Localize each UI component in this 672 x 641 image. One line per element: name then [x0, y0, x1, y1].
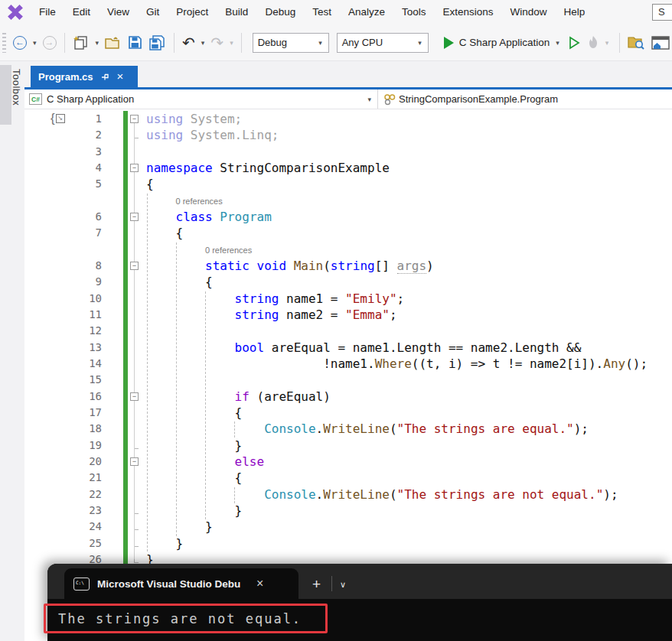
back-dropdown-caret[interactable]: ▾: [31, 39, 38, 47]
menu-item-extensions[interactable]: Extensions: [435, 0, 502, 24]
fold-collapse-icon[interactable]: −: [130, 457, 139, 466]
menu-item-file[interactable]: File: [31, 0, 64, 24]
save-button[interactable]: [126, 31, 144, 54]
code-line[interactable]: {: [146, 225, 183, 241]
code-token: Console: [264, 487, 315, 502]
code-line[interactable]: using System.Linq;: [146, 127, 279, 143]
pin-icon[interactable]: [100, 72, 110, 82]
menu-item-tools[interactable]: Tools: [393, 0, 435, 24]
code-line[interactable]: {: [146, 405, 242, 421]
code-line[interactable]: string name1 = "Emily";: [146, 291, 404, 307]
line-number: 7: [78, 225, 105, 241]
code-line[interactable]: {: [146, 176, 154, 192]
code-line[interactable]: {: [146, 470, 242, 486]
code-line[interactable]: Console.WriteLine("The strings are not e…: [146, 486, 618, 503]
line-number: [78, 193, 105, 209]
fold-collapse-icon[interactable]: −: [130, 115, 139, 123]
tab-options-chevron[interactable]: ∨: [340, 580, 346, 590]
code-token: {: [146, 405, 242, 420]
start-without-debugging-button[interactable]: [566, 31, 582, 54]
code-line[interactable]: Console.WriteLine("The strings are equal…: [146, 421, 589, 437]
open-file-button[interactable]: [103, 31, 123, 54]
menu-item-build[interactable]: Build: [217, 0, 256, 24]
terminal-tab[interactable]: C:\ Microsoft Visual Studio Debu ×: [64, 568, 298, 599]
code-line[interactable]: }: [146, 519, 213, 535]
solution-configuration-combo[interactable]: Debug ▾: [253, 33, 329, 53]
code-line[interactable]: bool areEqual = name1.Length == name2.Le…: [146, 340, 581, 356]
hot-reload-caret[interactable]: ▾: [604, 39, 611, 47]
project-dropdown[interactable]: C# C Sharp Application ▾: [24, 89, 378, 109]
code-line[interactable]: string name2 = "Emma";: [146, 307, 397, 323]
play-outline-icon: [567, 36, 581, 50]
code-token: (: [390, 487, 397, 502]
close-icon[interactable]: ×: [117, 71, 124, 82]
codelens-references[interactable]: 0 references: [146, 242, 252, 258]
code-line[interactable]: namespace StringComparisonExample: [146, 160, 390, 176]
line-number: 19: [78, 438, 105, 454]
solution-platform-combo[interactable]: Any CPU ▾: [337, 33, 429, 53]
code-token: "The strings are equal.": [397, 421, 574, 436]
code-editor[interactable]: { ↘ 1−using System;2using System.Linq;34…: [24, 109, 672, 641]
undo-dropdown-caret[interactable]: ▾: [200, 39, 207, 47]
code-line-row: 23 }: [24, 503, 672, 519]
menu-item-test[interactable]: Test: [304, 0, 340, 24]
new-project-button[interactable]: [71, 31, 91, 54]
toolbar-separator: [241, 33, 242, 53]
tab-program-cs[interactable]: Program.cs ×: [31, 66, 138, 87]
line-number: 1: [78, 111, 105, 127]
code-token: void: [257, 259, 287, 273]
codelens-references[interactable]: 0 references: [146, 193, 223, 209]
codelens-row: 0 references: [24, 242, 672, 258]
menu-item-view[interactable]: View: [99, 0, 138, 24]
code-line[interactable]: }: [146, 535, 183, 552]
code-line-row: 15: [24, 372, 672, 388]
menu-item-help[interactable]: Help: [556, 0, 594, 24]
navigate-forward-button[interactable]: →: [41, 31, 58, 54]
new-project-caret[interactable]: ▾: [94, 39, 101, 47]
visual-studio-window: FileEditViewGitProjectBuildDebugTestAnal…: [0, 0, 672, 641]
code-line[interactable]: }: [146, 438, 242, 454]
code-line[interactable]: {: [146, 274, 213, 290]
line-number: 4: [78, 160, 105, 176]
fold-collapse-icon[interactable]: −: [130, 213, 139, 221]
code-token: string: [235, 291, 279, 306]
search-input[interactable]: S: [652, 4, 672, 21]
code-token: ();: [625, 356, 648, 371]
fold-collapse-icon[interactable]: −: [130, 262, 139, 270]
symbol-dropdown[interactable]: StringComparisonExample.Program: [378, 89, 672, 109]
line-number: 3: [78, 144, 105, 160]
new-tab-button[interactable]: +: [312, 576, 321, 593]
code-line[interactable]: if (areEqual): [146, 389, 331, 405]
menu-items: FileEditViewGitProjectBuildDebugTestAnal…: [31, 0, 593, 24]
menu-item-analyze[interactable]: Analyze: [340, 0, 393, 24]
undo-button[interactable]: ↶: [181, 31, 197, 54]
redo-dropdown-caret[interactable]: ▾: [228, 39, 235, 47]
menu-item-edit[interactable]: Edit: [64, 0, 99, 24]
code-token: {: [146, 275, 213, 289]
code-token: [146, 389, 235, 404]
menu-item-git[interactable]: Git: [138, 0, 168, 24]
close-icon[interactable]: ×: [256, 577, 263, 591]
toolbar-grip[interactable]: [2, 33, 6, 53]
redo-button[interactable]: ↷: [209, 31, 225, 54]
code-token: [213, 210, 220, 224]
fold-collapse-icon[interactable]: −: [130, 164, 139, 172]
save-all-button[interactable]: [147, 31, 168, 54]
code-token: "The strings are not equal.": [397, 487, 604, 502]
code-line[interactable]: }: [146, 503, 242, 519]
code-line[interactable]: using System;: [146, 111, 242, 127]
start-debugging-button[interactable]: C Sharp Application ▾: [436, 31, 563, 54]
code-line[interactable]: class Program: [146, 209, 272, 225]
hot-reload-button[interactable]: [586, 31, 601, 54]
navigate-back-button[interactable]: ←: [11, 31, 28, 54]
menu-item-debug[interactable]: Debug: [256, 0, 304, 24]
sidebar-item-toolbox[interactable]: Toolbox: [11, 69, 22, 106]
code-line[interactable]: !name1.Where((t, i) => t != name2[i]).An…: [146, 356, 648, 372]
find-in-files-button[interactable]: [626, 31, 647, 54]
code-token: name2 =: [279, 307, 345, 322]
code-line[interactable]: static void Main(string[] args): [146, 258, 434, 274]
solution-explorer-button[interactable]: [650, 31, 671, 54]
menu-item-project[interactable]: Project: [168, 0, 217, 24]
menu-item-window[interactable]: Window: [502, 0, 556, 24]
fold-collapse-icon[interactable]: −: [130, 392, 139, 401]
